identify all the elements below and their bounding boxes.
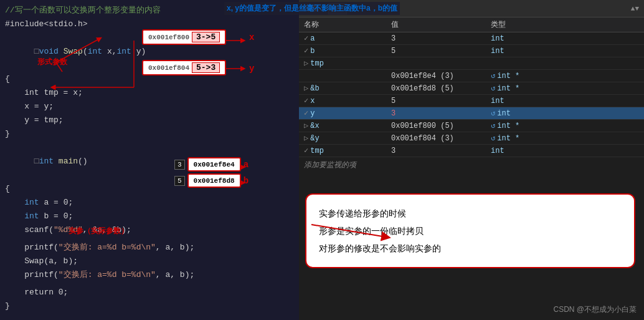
box1-addr: 0x001ef800 xyxy=(148,34,189,41)
box4-inner: 0x001ef8d8 xyxy=(187,173,241,188)
row-name: ✓b xyxy=(299,45,386,57)
box4-var: b xyxy=(244,176,249,186)
info-box: 实参传递给形参的时候 形参是实参的一份临时拷贝 对形参的修改是不会影响实参的 xyxy=(305,193,635,268)
info-line3: 对形参的修改是不会影响实参的 xyxy=(319,240,622,257)
box1-val: 3->5 xyxy=(192,32,220,42)
formal-param-label: 形式参数 xyxy=(37,57,67,67)
box4-addr: 0x001ef8d8 xyxy=(194,177,235,185)
row-name: ✓tmp xyxy=(299,145,386,157)
box4-pre-val: 5 xyxy=(174,176,185,186)
row-name: ✓a xyxy=(299,32,386,45)
table-row: ▷&y0x001ef804 (3)↺int * xyxy=(299,132,644,145)
row-name: ▷&x xyxy=(299,120,386,132)
line-scanf: scanf("%d%d", &a, &b); xyxy=(5,223,294,237)
brace-close2: } xyxy=(5,299,294,313)
row-name: ▷&y xyxy=(299,132,386,145)
table-row: ✓b5int xyxy=(299,45,644,57)
row-value: 3 xyxy=(386,32,486,45)
watermark: CSDN @不想成为小白菜 xyxy=(553,304,637,315)
row-value: 5 xyxy=(386,45,486,57)
line-tmp: int tmp = x; xyxy=(5,86,294,100)
top-annotation: x, y的值是变了，但是丝毫不影响主函数中a，b的值 xyxy=(224,2,400,15)
col-name: 名称 xyxy=(299,17,386,32)
main-sig-line: □int main() xyxy=(5,141,294,182)
box3: 3 0x001ef8e4 a xyxy=(174,157,249,172)
watch-table: 名称 值 类型 ✓a3int✓b5int▷tmp0x001ef8e4 (3)↺i… xyxy=(299,17,644,157)
row-type: int xyxy=(486,32,644,45)
row-type: ↺int * xyxy=(486,120,644,132)
box2-addr: 0x001ef804 xyxy=(148,64,189,72)
row-type: int xyxy=(486,45,644,57)
row-type: int xyxy=(486,145,644,157)
row-value xyxy=(386,57,486,70)
box3-pre-val: 3 xyxy=(174,160,185,170)
box4: 5 0x001ef8d8 b xyxy=(174,173,249,188)
row-type: ↺int * xyxy=(486,132,644,145)
box2-var: y xyxy=(249,64,254,74)
col-value: 值 xyxy=(386,17,486,32)
code-panel: //写一个函数可以交换两个整形变量的内容 #include<stdio.h> □… xyxy=(0,0,299,320)
table-row: 0x001ef8e4 (3)↺int * xyxy=(299,70,644,82)
line-swap: Swap(a, b); xyxy=(5,255,294,268)
box3-inner: 0x001ef8e4 xyxy=(187,157,241,172)
info-line2: 形参是实参的一份临时拷贝 xyxy=(319,222,622,240)
row-value: 0x001ef804 (3) xyxy=(386,132,486,145)
table-row: ▷tmp xyxy=(299,57,644,70)
row-type: ↺int * xyxy=(486,70,644,82)
row-name xyxy=(299,70,386,82)
box3-addr: 0x001ef8e4 xyxy=(194,161,235,168)
box1: 0x001ef800 3->5 xyxy=(142,29,226,45)
line-inta: int a = 0; xyxy=(5,196,294,210)
line-xy: x = y; xyxy=(5,100,294,114)
line-intb: int b = 0; xyxy=(5,210,294,223)
brace-close1: } xyxy=(5,127,294,141)
row-value: 0x001ef800 (5) xyxy=(386,120,486,132)
box2-val: 5->3 xyxy=(192,62,220,73)
box1-var: x xyxy=(249,32,254,42)
row-value: 3 xyxy=(386,145,486,157)
row-name: ▷&b xyxy=(299,82,386,95)
code-content: //写一个函数可以交换两个整形变量的内容 #include<stdio.h> □… xyxy=(0,0,299,317)
box3-var: a xyxy=(244,160,249,170)
table-row: ▷&b0x001ef8d8 (5)↺int * xyxy=(299,82,644,95)
row-value: 3 xyxy=(386,107,486,120)
row-type: ↺int * xyxy=(486,82,644,95)
line-printf1: printf("交换前: a=%d b=%d\n", a, b); xyxy=(5,241,294,255)
table-row: ✓x5int xyxy=(299,95,644,107)
line-return: return 0; xyxy=(5,286,294,299)
debug-panel: 深度: ▲▼ 名称 值 类型 ✓a3int✓b5int▷tmp0x001ef8e… xyxy=(299,0,644,320)
add-watch-label[interactable]: 添加要监视的项 xyxy=(299,157,644,173)
row-name: ▷tmp xyxy=(299,57,386,70)
row-type xyxy=(486,57,644,70)
table-row: ✓y3↺int xyxy=(299,107,644,120)
toolbar-hint: ▲▼ xyxy=(631,5,639,12)
row-name: ✓x xyxy=(299,95,386,107)
row-value: 0x001ef8d8 (5) xyxy=(386,82,486,95)
row-type: int xyxy=(486,95,644,107)
row-value: 5 xyxy=(386,95,486,107)
row-name: ✓y xyxy=(299,107,386,120)
info-line1: 实参传递给形参的时候 xyxy=(319,205,622,222)
table-row: ▷&x0x001ef800 (5)↺int * xyxy=(299,120,644,132)
table-row: ✓tmp3int xyxy=(299,145,644,157)
row-type: ↺int xyxy=(486,107,644,120)
table-row: ✓a3int xyxy=(299,32,644,45)
col-type: 类型 xyxy=(486,17,644,32)
line-printf2: printf("交换后: a=%d b=%d\n", a, b); xyxy=(5,268,294,282)
box2: 0x001ef804 5->3 xyxy=(142,60,226,75)
brace-open2: { xyxy=(5,182,294,196)
row-value: 0x001ef8e4 (3) xyxy=(386,70,486,82)
actual-param-label: 实参（实际参数） xyxy=(69,226,128,236)
line-ytmp: y = tmp; xyxy=(5,114,294,127)
